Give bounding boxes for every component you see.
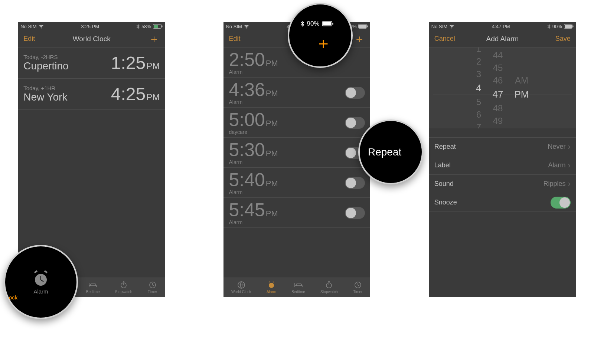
status-time: 3:25 PM [44, 24, 137, 29]
svg-rect-19 [323, 22, 331, 25]
timer-icon [148, 281, 157, 289]
setting-repeat[interactable]: RepeatNever› [429, 138, 576, 156]
wifi-icon [39, 24, 44, 29]
tab-timer[interactable]: Timer [353, 281, 363, 294]
edit-button[interactable]: Edit [229, 35, 251, 43]
svg-rect-20 [332, 23, 333, 25]
battery-icon [358, 24, 368, 29]
add-button[interactable]: ＋ [148, 33, 160, 45]
alarm-time: 5:00PM [229, 111, 278, 129]
timer-icon [353, 281, 363, 289]
alarm-label: daycare [229, 129, 278, 135]
magnifier-repeat-row: Repeat [358, 119, 423, 184]
chevron-right-icon: › [568, 142, 570, 152]
setting-snooze[interactable]: Snooze [429, 193, 576, 212]
edit-button[interactable]: Edit [23, 35, 46, 43]
offset-label: Today, -2HRS [23, 54, 68, 60]
alarm-label: Alarm [229, 189, 278, 195]
nav-bar: Cancel Add Alarm Save [429, 30, 576, 47]
chevron-right-icon: › [568, 179, 570, 189]
city-label: New York [23, 91, 67, 103]
magnifier-partial-text: ock [9, 294, 17, 301]
offset-label: Today, +1HR [23, 85, 67, 91]
battery-icon [564, 24, 574, 29]
alarm-toggle[interactable] [345, 177, 365, 189]
alarm-label: Alarm [229, 99, 278, 105]
wifi-icon [449, 24, 454, 29]
alarm-row[interactable]: 4:36PMAlarm [223, 78, 370, 108]
svg-rect-1 [154, 25, 158, 28]
alarm-toggle[interactable] [345, 207, 365, 219]
alarm-time: 5:30PM [229, 141, 278, 159]
alarm-time: 5:45PM [229, 201, 278, 219]
setting-label: Label [434, 161, 451, 169]
status-bar: No SIM 4:47 PM 90% [429, 22, 576, 30]
tab-world-clock[interactable]: World Clock [231, 281, 251, 294]
alarm-row[interactable]: 5:30PMAlarm [223, 138, 370, 168]
add-button[interactable]: ＋ [354, 33, 365, 45]
battery-icon [322, 21, 334, 26]
alarm-settings: RepeatNever›LabelAlarm›SoundRipples›Snoo… [429, 137, 576, 212]
alarm-row[interactable]: 5:45PMAlarm [223, 198, 370, 228]
bluetooth-icon [137, 24, 140, 29]
setting-sound[interactable]: SoundRipples› [429, 175, 576, 193]
tab-bedtime[interactable]: Bedtime [291, 281, 305, 294]
svg-rect-9 [367, 26, 368, 27]
battery-pct: 90% [307, 20, 319, 27]
alarm-row[interactable]: 5:40PMAlarm [223, 168, 370, 198]
alarm-time: 2:50PM [229, 50, 278, 69]
page-title: Add Alarm [457, 35, 548, 43]
battery-icon [153, 24, 163, 29]
screen-add-alarm: No SIM 4:47 PM 90% Cancel Add Alarm Save… [429, 22, 576, 297]
setting-label[interactable]: LabelAlarm› [429, 156, 576, 175]
save-button[interactable]: Save [548, 35, 571, 43]
battery-pct: 90% [552, 24, 562, 29]
repeat-label-zoom: Repeat [360, 146, 422, 158]
svg-rect-16 [572, 26, 573, 27]
svg-rect-2 [162, 26, 163, 27]
setting-label: Snooze [434, 199, 457, 206]
cancel-button[interactable]: Cancel [434, 35, 457, 43]
time-picker[interactable]: 1234567 444546474849 AMPM [429, 47, 576, 128]
alarm-time: 5:40PM [229, 171, 278, 189]
magnifier-alarm-tab: Alarm ock [4, 245, 78, 319]
snooze-toggle[interactable] [551, 197, 571, 209]
tab-stopwatch[interactable]: Stopwatch [320, 281, 338, 294]
alarm-clock-icon [267, 281, 276, 289]
alarm-label: Alarm [229, 219, 278, 225]
tab-bedtime[interactable]: Bedtime [86, 281, 100, 294]
chevron-right-icon: › [568, 161, 570, 170]
screen-alarm: No SIM 4:39 PM 90% Edit Alarm ＋ 2:50PMAl… [223, 22, 370, 297]
world-clock-row[interactable]: Today, -2HRS Cupertino 1:25PM [18, 47, 165, 79]
stopwatch-icon [119, 281, 128, 289]
city-label: Cupertino [23, 60, 68, 72]
bed-icon [88, 281, 98, 289]
time-display: 1:25PM [111, 53, 160, 73]
status-bar: No SIM 3:25 PM 58% [18, 22, 165, 30]
alarm-clock-icon [32, 270, 50, 287]
tab-stopwatch[interactable]: Stopwatch [115, 281, 133, 294]
setting-label: Sound [434, 180, 454, 188]
tab-alarm[interactable]: Alarm [267, 281, 276, 294]
svg-rect-15 [565, 25, 572, 28]
globe-icon [236, 281, 246, 289]
setting-value: Never› [548, 142, 570, 152]
nav-bar: Edit World Clock ＋ [18, 30, 165, 47]
page-title: World Clock [46, 35, 137, 43]
alarm-label: Alarm [229, 159, 278, 165]
carrier-label: No SIM [431, 24, 447, 29]
tab-bar: World Clock Alarm Bedtime Stopwatch Time… [223, 278, 370, 297]
world-clock-row[interactable]: Today, +1HR New York 4:25PM [18, 79, 165, 110]
alarm-row[interactable]: 5:00PMdaycare [223, 108, 370, 138]
setting-value: Alarm› [548, 161, 570, 170]
battery-pct: 58% [141, 24, 151, 29]
carrier-label: No SIM [20, 24, 36, 29]
alarm-time: 4:36PM [229, 81, 278, 99]
tab-timer[interactable]: Timer [148, 281, 157, 294]
alarm-toggle[interactable] [345, 117, 365, 129]
setting-value: Ripples› [543, 179, 570, 189]
world-clock-list: Today, -2HRS Cupertino 1:25PM Today, +1H… [18, 47, 165, 110]
alarm-list: 2:50PMAlarm4:36PMAlarm5:00PMdaycare5:30P… [223, 47, 370, 228]
svg-point-11 [269, 283, 274, 288]
alarm-toggle[interactable] [345, 87, 365, 99]
